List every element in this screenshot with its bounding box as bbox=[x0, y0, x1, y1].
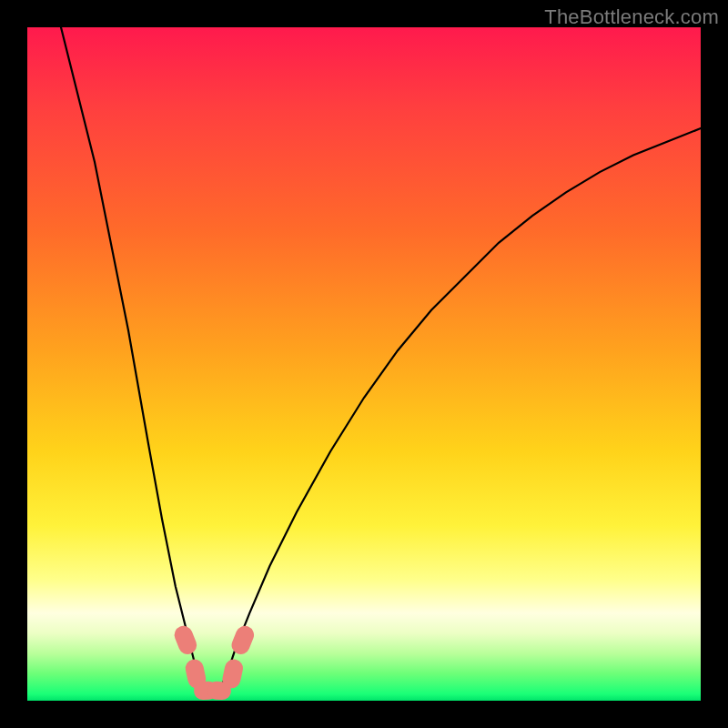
bottleneck-curve bbox=[61, 27, 701, 697]
curve-marker bbox=[229, 623, 258, 657]
chart-overlay bbox=[27, 27, 701, 701]
chart-frame: TheBottleneck.com bbox=[0, 0, 728, 728]
curve-marker bbox=[172, 623, 200, 657]
watermark-text: TheBottleneck.com bbox=[544, 5, 719, 29]
curve-markers bbox=[172, 623, 257, 701]
